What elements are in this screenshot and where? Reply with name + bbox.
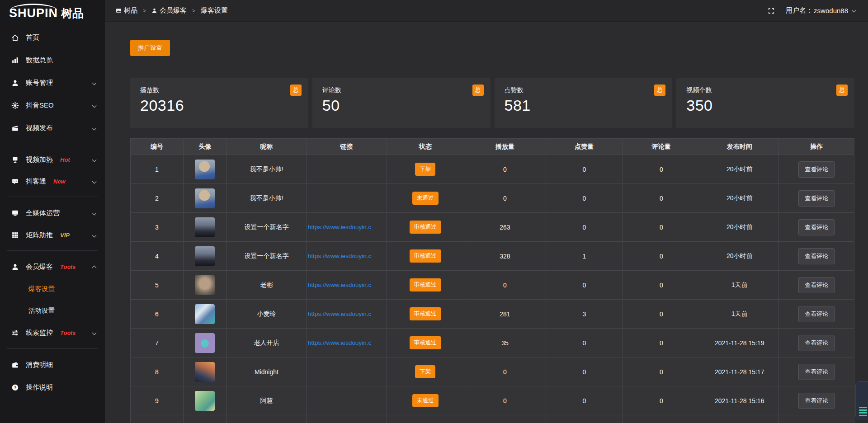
chevron-down-icon <box>92 80 97 85</box>
sidebar-nav: 首页 数据总览 账号管理 抖音SEO <box>0 26 105 399</box>
view-comments-button[interactable]: 查看评论 <box>798 190 835 207</box>
avatar <box>195 304 215 324</box>
user-menu[interactable]: 用户名：zswodun88 <box>786 6 855 15</box>
video-link[interactable]: https://www.iesdouyin.c <box>307 253 387 259</box>
nickname-cell: 阿慧 <box>226 386 306 415</box>
sidebar-item-label: 会员爆客 <box>26 263 53 271</box>
vip-tag: VIP <box>60 232 70 239</box>
sidebar-item-video-heat[interactable]: 视频加热 Hot <box>0 149 105 170</box>
brand-logo[interactable]: SHUPIN 树品 <box>0 0 105 26</box>
avatar <box>195 333 215 353</box>
page-content: 推广设置 播放数 20316 总 评论数 50 总 点赞数 581 总 <box>105 22 868 423</box>
stat-label: 点赞数 <box>505 86 663 94</box>
sidebar-item-clue-monitor[interactable]: 线索监控 Tools <box>0 321 105 344</box>
avatar <box>195 362 215 382</box>
breadcrumb-item-member-baoke[interactable]: 会员爆客 <box>151 6 187 15</box>
chevron-down-icon <box>92 233 97 237</box>
avatar <box>195 391 215 411</box>
sidebar-item-video-publish[interactable]: 视频发布 <box>0 117 105 139</box>
nickname-cell: 设置一个新名字 <box>226 213 306 242</box>
col-nickname: 昵称 <box>226 139 306 155</box>
status-badge: 下架 <box>415 365 435 378</box>
sidebar-subitem-activity-settings[interactable]: 活动设置 <box>0 300 105 321</box>
stat-value: 350 <box>686 97 844 114</box>
stat-value: 50 <box>322 97 481 114</box>
sidebar-item-all-media[interactable]: 全媒体运营 <box>0 202 105 224</box>
member-icon <box>11 263 19 271</box>
chevron-down-icon <box>92 211 97 215</box>
sidebar-item-expense-details[interactable]: 消费明细 <box>0 353 105 376</box>
monitor-icon <box>11 209 19 217</box>
sidebar-item-home[interactable]: 首页 <box>0 26 105 49</box>
gear-icon <box>11 101 19 109</box>
chevron-down-icon <box>92 179 97 183</box>
sidebar-item-douyin-seo[interactable]: 抖音SEO <box>0 94 105 117</box>
video-link[interactable]: https://www.iesdouyin.c <box>307 339 387 346</box>
chevron-down-icon <box>92 126 97 130</box>
sidebar-item-label: 首页 <box>26 33 39 42</box>
sidebar-item-label: 视频加热 <box>26 155 53 164</box>
avatar <box>195 217 215 237</box>
sidebar-subitem-baoke-settings[interactable]: 爆客设置 <box>0 278 105 300</box>
sidebar-item-data-overview[interactable]: 数据总览 <box>0 49 105 71</box>
breadcrumb: 树品 > 会员爆客 > 爆客设置 <box>116 6 228 15</box>
view-comments-button[interactable]: 查看评论 <box>798 161 835 178</box>
tools-tag: Tools <box>60 329 75 336</box>
breadcrumb-item-shupin[interactable]: 树品 <box>116 6 137 15</box>
sidebar-item-instructions[interactable]: ? 操作说明 <box>0 376 105 399</box>
tools-tag: Tools <box>60 263 75 270</box>
floating-widget[interactable] <box>855 381 868 419</box>
table-row: 1 我不是小帅! 下架 0 0 0 20小时前 查看评论 <box>131 155 854 184</box>
col-avatar: 头像 <box>183 139 226 155</box>
new-tag: New <box>53 178 66 185</box>
breadcrumb-item-baoke-settings: 爆客设置 <box>201 6 228 15</box>
view-comments-button[interactable]: 查看评论 <box>798 393 835 409</box>
stat-card-plays: 播放数 20316 总 <box>130 78 308 128</box>
main-column: 树品 > 会员爆客 > 爆客设置 用户名：z <box>105 0 868 423</box>
user-icon <box>11 79 19 87</box>
total-badge: 总 <box>472 85 484 96</box>
view-comments-button[interactable]: 查看评论 <box>798 364 835 380</box>
video-heat-icon <box>11 155 19 164</box>
nickname-cell: 我不是小帅! <box>226 184 306 213</box>
view-comments-button[interactable]: 查看评论 <box>798 277 835 293</box>
sidebar-item-label: 账号管理 <box>26 79 53 87</box>
widget-bar <box>859 415 867 416</box>
view-comments-button[interactable]: 查看评论 <box>798 306 835 322</box>
status-badge: 未通过 <box>412 192 439 205</box>
view-comments-button[interactable]: 查看评论 <box>798 335 835 351</box>
breadcrumb-separator: > <box>143 8 146 14</box>
view-comments-button[interactable]: 查看评论 <box>798 219 835 235</box>
stat-card-likes: 点赞数 581 总 <box>495 78 673 128</box>
app-root: SHUPIN 树品 首页 数据总览 账号管理 <box>0 0 868 423</box>
nickname-cell: 老彬 <box>226 271 306 300</box>
help-icon: ? <box>11 383 19 391</box>
wallet-icon <box>11 361 19 369</box>
table-row-partial <box>131 415 854 423</box>
home-icon <box>11 33 19 42</box>
svg-text:?: ? <box>14 385 16 390</box>
video-publish-icon <box>11 124 19 132</box>
chevron-down-icon <box>852 8 856 12</box>
status-badge: 审核通过 <box>410 278 441 291</box>
sidebar-item-doukuotong[interactable]: 抖客通 New <box>0 170 105 192</box>
promo-settings-button[interactable]: 推广设置 <box>130 40 170 56</box>
sidebar-item-account-management[interactable]: 账号管理 <box>0 71 105 94</box>
sidebar-item-label: 抖客通 <box>26 177 46 186</box>
video-link[interactable]: https://www.iesdouyin.c <box>307 224 387 230</box>
view-comments-button[interactable]: 查看评论 <box>798 248 835 264</box>
bar-chart-icon <box>11 56 19 64</box>
breadcrumb-separator: > <box>192 8 195 14</box>
stat-label: 视频个数 <box>686 86 844 94</box>
sidebar-item-matrix-boost[interactable]: 矩阵助推 VIP <box>0 224 105 246</box>
sidebar-item-label: 消费明细 <box>26 361 53 369</box>
fullscreen-icon[interactable] <box>768 7 775 14</box>
stat-value: 581 <box>505 97 663 114</box>
sidebar-item-member-baoke[interactable]: 会员爆客 Tools <box>0 255 105 278</box>
video-link[interactable]: https://www.iesdouyin.c <box>307 282 387 288</box>
video-link[interactable]: https://www.iesdouyin.c <box>307 310 387 317</box>
logo-text-en: SHUPIN <box>9 7 58 19</box>
chat-icon <box>11 177 19 185</box>
sidebar-item-label: 矩阵助推 <box>26 231 53 240</box>
chevron-up-icon <box>92 265 97 270</box>
